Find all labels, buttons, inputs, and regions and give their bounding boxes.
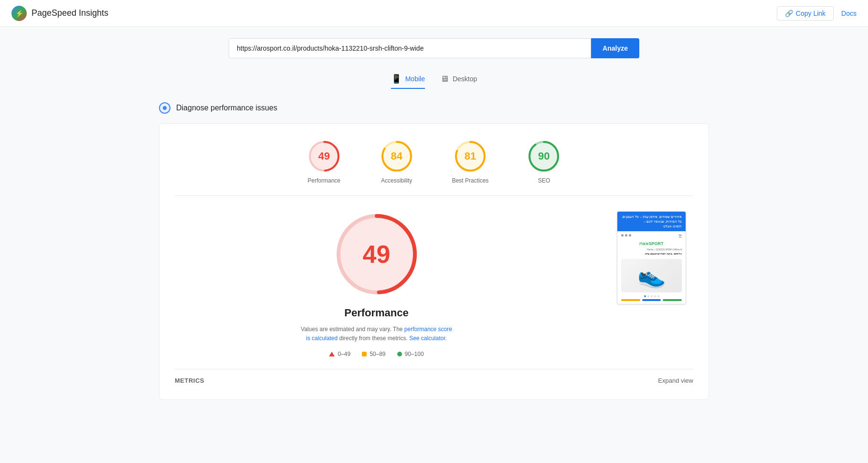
footer-bar-green [663,299,682,301]
needs-improvement-icon [362,352,367,356]
nav-dot-2 [625,234,627,237]
perf-desc-suffix: . [445,335,447,342]
performance-circle: 49 [307,139,341,173]
score-item-performance[interactable]: 49 Performance [307,139,341,184]
calculator-link[interactable]: See calculator [409,335,445,342]
score-card: 49 Performance 84 Accessibility [159,123,709,400]
expand-view-button[interactable]: Expand view [658,377,693,384]
good-range: 90–100 [405,351,424,357]
best-practices-score-small: 81 [465,150,476,162]
performance-detail-title: Performance [344,307,409,319]
accessibility-circle: 84 [380,139,414,173]
screenshot-product-title: אל תחסו, בקנה המחירים הטובים שלנו [621,252,682,255]
screenshot-mock: מחירים שמחים, מחסן ענק – כל הצבעים,כל המ… [617,211,686,304]
header-left: PageSpeed Insights [11,6,108,21]
desktop-icon: 🖥 [440,74,449,84]
link-icon: 🔗 [785,10,793,17]
metrics-label: METRICS [175,377,204,384]
big-score-left: 49 Performance Values are estimated and … [175,211,578,357]
pagespeed-logo-icon [11,6,27,21]
seo-circle: 90 [527,139,561,173]
accessibility-score-small: 84 [391,150,402,162]
device-tabs: 📱 Mobile 🖥 Desktop [159,70,709,89]
url-bar-inner: Analyze [229,38,639,58]
diagnose-section: Diagnose performance issues 49 Performan… [159,102,709,400]
best-practices-label-small: Best Practices [452,177,489,184]
main-content: Analyze 📱 Mobile 🖥 Desktop Diagnose perf… [148,27,720,411]
footer-bar-blue [642,299,661,301]
diagnose-dot-icon [159,102,170,114]
poor-range: 0–49 [338,351,350,357]
screenshot-area: מחירים שמחים, מחסן ענק – כל הצבעים,כל המ… [617,211,693,304]
scores-row: 49 Performance 84 Accessibility [175,139,693,196]
hamburger-icon: ☰ [678,234,682,238]
header: PageSpeed Insights 🔗 Copy Link Docs [0,0,868,27]
seo-score-small: 90 [538,150,550,162]
copy-link-button[interactable]: 🔗 Copy Link [777,6,834,21]
diagnose-title: Diagnose performance issues [176,104,277,112]
tab-desktop[interactable]: 🖥 Desktop [440,70,477,89]
analyze-button[interactable]: Analyze [591,38,639,58]
carousel-dot-2 [647,295,649,297]
screenshot-carousel-dots [621,295,682,297]
performance-desc: Values are estimated and may vary. The p… [300,325,453,343]
app-title: PageSpeed Insights [32,8,108,18]
needs-improvement-range: 50–89 [370,351,385,357]
nav-icons [621,234,631,238]
big-performance-circle: 49 [334,211,420,297]
tab-mobile-label: Mobile [405,75,425,83]
screenshot-footer-bars [621,299,682,301]
nav-dot-1 [621,234,624,237]
metrics-row: METRICS Expand view [175,369,693,384]
perf-desc-middle: directly from these metrics. [338,335,409,342]
poor-icon [329,352,335,356]
mobile-icon: 📱 [391,74,402,84]
screenshot-logo: אארוSPORT [621,241,682,246]
legend-good: 90–100 [397,351,424,357]
perf-desc-prefix: Values are estimated and may vary. The [301,326,404,333]
best-practices-circle: 81 [453,139,487,173]
header-right: 🔗 Copy Link Docs [777,6,857,21]
seo-label-small: SEO [538,177,550,184]
carousel-dot-5 [657,295,659,297]
screenshot-nav: ☰ [621,234,682,238]
score-legend: 0–49 50–89 90–100 [329,351,423,357]
carousel-dot-3 [651,295,653,297]
screenshot-banner: מחירים שמחים, מחסן ענק – כל הצבעים,כל המ… [617,212,686,231]
score-item-best-practices[interactable]: 81 Best Practices [452,139,489,184]
tab-mobile[interactable]: 📱 Mobile [391,70,425,89]
legend-poor: 0–49 [329,351,350,357]
diagnose-header: Diagnose performance issues [159,102,709,114]
big-score-area: 49 Performance Values are estimated and … [175,211,693,357]
nav-dot-3 [629,234,631,237]
legend-needs-improvement: 50–89 [362,351,385,357]
url-input[interactable] [229,38,591,58]
footer-bar-yellow [621,299,640,301]
performance-score-small: 49 [318,150,329,162]
score-item-accessibility[interactable]: 84 Accessibility [380,139,414,184]
performance-label-small: Performance [307,177,340,184]
big-performance-score: 49 [363,240,391,269]
good-icon [397,352,402,356]
carousel-dot-4 [654,295,656,297]
shoe-emoji: 👟 [637,262,666,289]
screenshot-breadcrumb: Home › 1132210-SRSH-Clifton-9 [621,248,682,251]
screenshot-shoe-image: 👟 [621,259,682,292]
carousel-dot-1 [644,295,646,297]
tab-desktop-label: Desktop [453,75,477,83]
score-item-seo[interactable]: 90 SEO [527,139,561,184]
accessibility-label-small: Accessibility [381,177,412,184]
screenshot-body: ☰ אארוSPORT Home › 1132210-SRSH-Clifton-… [617,231,686,304]
docs-link[interactable]: Docs [841,10,857,17]
url-bar-container: Analyze [159,38,709,58]
